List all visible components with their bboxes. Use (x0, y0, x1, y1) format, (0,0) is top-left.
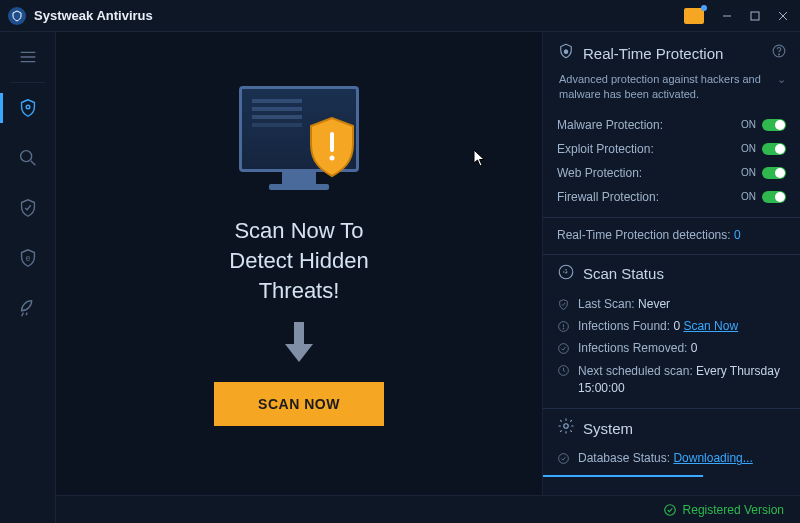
scan-status-title: Scan Status (583, 265, 786, 282)
svg-point-15 (564, 424, 569, 429)
svg-point-16 (559, 454, 569, 464)
infections-removed-row: Infections Removed: 0 (557, 337, 786, 359)
scan-now-link[interactable]: Scan Now (683, 319, 738, 333)
detections-row: Real-Time Protection detections: 0 (557, 226, 786, 246)
svg-point-13 (559, 343, 569, 353)
shield-info-icon: i (557, 42, 575, 64)
registered-status: Registered Version (663, 503, 784, 517)
scan-now-button[interactable]: SCAN NOW (214, 382, 384, 426)
sidebar-menu-icon[interactable] (0, 32, 55, 82)
footer: Registered Version (56, 495, 800, 523)
advanced-protection-text[interactable]: Advanced protection against hackers and … (557, 72, 786, 113)
status-panel: i Real-Time Protection Advanced protecti… (542, 32, 800, 495)
svg-text:e: e (25, 254, 30, 263)
maximize-button[interactable] (742, 4, 768, 28)
main-content: Scan Now To Detect Hidden Threats! SCAN … (56, 32, 542, 495)
monitor-illustration (224, 86, 374, 206)
realtime-title: Real-Time Protection (583, 45, 764, 62)
svg-point-4 (330, 156, 335, 161)
minimize-button[interactable] (714, 4, 740, 28)
database-status-row: Database Status: Downloading... (557, 447, 786, 469)
database-status-value: Downloading... (673, 451, 752, 465)
last-scan-row: Last Scan: Never (557, 293, 786, 315)
chevron-down-icon: ⌄ (777, 72, 786, 87)
toggle-firewall-switch[interactable] (762, 191, 786, 203)
title-bar: Systweak Antivirus (0, 0, 800, 32)
help-icon[interactable] (772, 44, 786, 62)
next-scheduled-row: Next scheduled scan: Every Thursday 15:0… (557, 359, 786, 401)
toggle-web-switch[interactable] (762, 167, 786, 179)
system-title: System (583, 420, 786, 437)
sidebar-item-privacy[interactable]: e (0, 233, 55, 283)
app-logo-icon (8, 7, 26, 25)
app-title: Systweak Antivirus (34, 8, 684, 23)
svg-point-2 (20, 151, 31, 162)
sidebar-item-scan[interactable] (0, 133, 55, 183)
arrow-down-icon (281, 320, 317, 368)
svg-point-17 (664, 504, 675, 515)
infections-found-row: Infections Found: 0 Scan Now (557, 315, 786, 337)
scan-headline: Scan Now To Detect Hidden Threats! (229, 216, 368, 305)
svg-point-12 (563, 328, 564, 329)
toggle-malware-switch[interactable] (762, 119, 786, 131)
toggle-exploit-switch[interactable] (762, 143, 786, 155)
system-icon (557, 417, 575, 439)
svg-rect-5 (294, 322, 304, 346)
toggle-web: Web Protection: ON (557, 161, 786, 185)
toggle-exploit: Exploit Protection: ON (557, 137, 786, 161)
database-progress (543, 475, 703, 477)
shield-warning-icon (305, 116, 359, 178)
close-button[interactable] (770, 4, 796, 28)
sidebar-item-protection[interactable] (0, 183, 55, 233)
toggle-firewall: Firewall Protection: ON (557, 185, 786, 209)
toggle-malware: Malware Protection: ON (557, 113, 786, 137)
sidebar: e (0, 32, 56, 523)
shop-icon[interactable] (684, 8, 704, 24)
scan-status-icon (557, 263, 575, 285)
svg-point-1 (26, 105, 30, 109)
svg-rect-0 (751, 12, 759, 20)
sidebar-item-shield[interactable] (0, 83, 55, 133)
svg-point-9 (779, 54, 780, 55)
sidebar-item-boost[interactable] (0, 283, 55, 333)
